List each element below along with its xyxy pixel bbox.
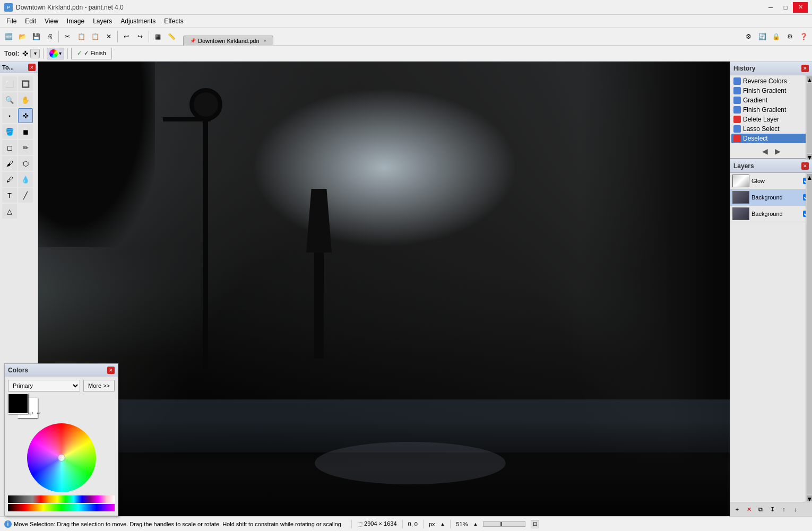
colors-panel-title: Colors [8,367,107,374]
color-mode-dropdown[interactable]: Primary Secondary [8,380,80,391]
menu-view[interactable]: View [40,16,63,26]
history-close-button[interactable]: ✕ [801,65,809,72]
tool-eyedropper[interactable]: 💧 [18,172,33,187]
tool-right-3[interactable]: 🔒 [770,30,782,43]
swap-colors-button[interactable]: ⇄ [29,411,36,417]
history-item-reverse-colors[interactable]: Reverse Colors [731,76,811,86]
paste-button[interactable]: 📋 [89,30,101,43]
reset-colors-button[interactable]: ↩ [37,411,43,417]
history-item-deselect[interactable]: Deselect [731,134,811,143]
layer-item-glow[interactable]: Glow [730,173,812,189]
photo-canvas[interactable] [38,62,730,516]
status-message: Move Selection: Drag the selection to mo… [14,521,343,527]
color-wheel[interactable] [27,423,96,492]
silhouette-tree-left [38,62,155,247]
layers-scrollbar-thumb[interactable] [807,180,812,494]
hue-strip[interactable] [8,504,115,511]
scrollbar-thumb[interactable] [807,83,812,153]
copy-button[interactable]: 📋 [75,30,88,43]
tool-move[interactable]: ✜ [18,108,33,123]
layer-duplicate-button[interactable]: ⧉ [755,504,766,515]
tool-shapes[interactable]: △ [2,204,17,219]
tool-magic-wand[interactable]: ⋆ [2,108,17,123]
tool-right-5[interactable]: ❓ [797,30,810,43]
finish-button[interactable]: ✓ ✓ Finish [71,48,111,59]
minimize-button[interactable]: ─ [763,2,778,13]
scrollbar-down[interactable]: ▼ [807,154,812,159]
layers-scrollbar-down[interactable]: ▼ [807,495,812,501]
history-scrollbar[interactable]: ▲ ▼ [806,75,812,160]
layers-list-container: ▲ ▼ Glow Background [730,173,812,502]
colors-close-button[interactable]: ✕ [107,367,115,374]
layer-merge-button[interactable]: ↧ [767,504,778,515]
opacity-strip[interactable] [8,495,115,503]
tool-right-4[interactable]: ⚙ [783,30,796,43]
unit-up-arrow[interactable]: ▲ [440,521,445,527]
menu-effects[interactable]: Effects [160,16,187,26]
close-button[interactable]: ✕ [793,2,808,13]
tool-zoom[interactable]: 🔍 [2,92,17,107]
menu-image[interactable]: Image [63,16,89,26]
layer-item-background2[interactable]: Background [730,206,812,222]
menu-file[interactable]: File [2,16,21,26]
layer-delete-button[interactable]: ✕ [744,504,754,515]
history-item-finish-gradient-2[interactable]: Finish Gradient [731,105,811,115]
tool-paint-bucket[interactable]: 🪣 [2,124,17,139]
tool-rect-select[interactable]: ⬜ [2,76,17,91]
menu-layers[interactable]: Layers [89,16,116,26]
more-colors-button[interactable]: More >> [83,380,115,391]
tools-panel-close[interactable]: ✕ [28,64,36,71]
new-button[interactable]: 🆕 [2,30,15,43]
save-button[interactable]: 💾 [30,30,42,43]
tab-downtown[interactable]: 📌 Downtown Kirkland.pdn ▾ [183,36,273,46]
cut-button[interactable]: ✂ [61,30,74,43]
open-button[interactable]: 📂 [16,30,29,43]
tool-pencil[interactable]: ✏ [18,140,33,155]
tool-lasso[interactable]: 🔲 [18,76,33,91]
zoom-up-arrow[interactable]: ▲ [473,521,478,527]
layers-scrollbar[interactable]: ▲ ▼ [806,173,812,502]
tool-right-1[interactable]: ⚙ [742,30,755,43]
history-undo-button[interactable]: ◀ [759,146,770,156]
undo-button[interactable]: ↩ [120,30,133,43]
tool-line[interactable]: ╱ [18,188,33,203]
color-circle[interactable]: ▾ [47,48,64,59]
colors-bottom-spacer [5,512,118,516]
layer-item-background[interactable]: Background [730,189,812,206]
tool-stamp[interactable]: ⬡ [18,156,33,171]
layers-close-button[interactable]: ✕ [801,162,809,170]
layer-down-button[interactable]: ↓ [790,504,801,515]
grid-button[interactable]: ▦ [151,30,164,43]
tool-gradient[interactable]: ◼ [18,124,33,139]
restore-button[interactable]: □ [778,2,793,13]
history-icon [733,77,741,85]
tool-brush[interactable]: 🖌 [2,156,17,171]
layer-up-button[interactable]: ↑ [779,504,789,515]
history-item-gradient[interactable]: Gradient [731,95,811,105]
deselect-button[interactable]: ✕ [102,30,115,43]
colors-panel-header[interactable]: Colors ✕ [5,364,118,377]
zoom-fit-button[interactable]: ⊡ [531,520,539,528]
layer-add-button[interactable]: + [732,504,742,515]
layers-scrollbar-up[interactable]: ▲ [807,174,812,179]
history-item-lasso-select[interactable]: Lasso Select [731,124,811,134]
zoom-slider[interactable] [483,521,525,527]
scrollbar-up[interactable]: ▲ [807,76,812,82]
tool-recolor[interactable]: 🖊 [2,172,17,187]
menu-edit[interactable]: Edit [21,16,40,26]
tool-eraser[interactable]: ◻ [2,140,17,155]
redo-button[interactable]: ↪ [134,30,146,43]
history-item-finish-gradient-1[interactable]: Finish Gradient [731,86,811,95]
status-sep-4 [450,520,451,528]
tool-dropdown[interactable]: ▾ [30,49,40,58]
tool-text[interactable]: T [2,188,17,203]
tool-right-2[interactable]: 🔄 [756,30,768,43]
foreground-color-swatch[interactable] [8,394,28,414]
history-item-delete-layer[interactable]: Delete Layer [731,115,811,124]
history-redo-button[interactable]: ▶ [772,146,783,156]
ruler-button[interactable]: 📏 [165,30,178,43]
print-button[interactable]: 🖨 [44,30,56,43]
canvas-container[interactable] [38,62,730,516]
tool-pan[interactable]: ✋ [18,92,33,107]
menu-adjustments[interactable]: Adjustments [116,16,160,26]
